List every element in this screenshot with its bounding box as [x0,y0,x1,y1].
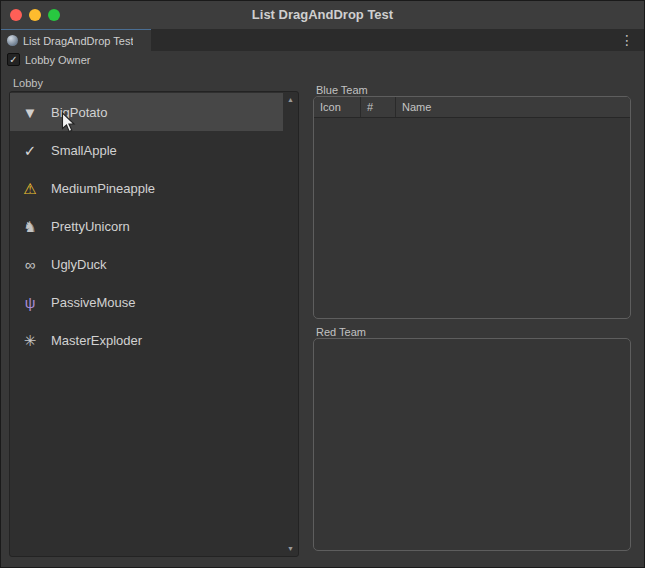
blue-team-list[interactable]: Icon # Name [313,96,631,319]
column-header-name: Name [396,97,630,117]
checkbox-label: Lobby Owner [25,54,90,66]
check-icon: ✓ [20,143,40,158]
lobby-rows: ▼ BigPotato ✓ SmallApple ⚠ MediumPineapp… [10,93,283,359]
list-item-label: MediumPineapple [51,181,155,196]
list-item[interactable]: ✓ SmallApple [10,131,283,169]
list-item[interactable]: ∞ UglyDuck [10,245,283,283]
list-item[interactable]: ⚠ MediumPineapple [10,169,283,207]
red-team-label: Red Team [316,326,366,338]
list-item-label: PassiveMouse [51,295,136,310]
warning-icon: ⚠ [20,181,40,196]
tab-icon [7,35,18,46]
list-item-label: SmallApple [51,143,117,158]
tab-list-draganddrop[interactable]: List DragAndDrop Test [1,29,151,51]
scroll-up-icon[interactable]: ▲ [287,96,294,103]
list-item[interactable]: ♞ PrettyUnicorn [10,207,283,245]
tab-label: List DragAndDrop Test [23,35,133,47]
lobby-list: ▼ BigPotato ✓ SmallApple ⚠ MediumPineapp… [9,91,299,557]
duck-icon: ∞ [20,257,40,272]
scrollbar[interactable]: ▲ ▼ [283,92,298,556]
dropdown-icon: ▼ [20,105,40,120]
list-item-label: PrettyUnicorn [51,219,130,234]
kebab-menu-icon[interactable]: ⋮ [620,29,634,51]
checkbox[interactable]: ✓ [7,53,20,66]
column-header-icon: Icon [314,97,361,117]
lobby-label: Lobby [13,77,43,89]
lobby-owner-toggle[interactable]: ✓ Lobby Owner [7,53,90,66]
red-team-list[interactable] [313,338,631,551]
window: List DragAndDrop Test List DragAndDrop T… [0,0,645,568]
list-item[interactable]: ✳ MasterExploder [10,321,283,359]
blue-team-header: Icon # Name [314,97,630,118]
minimize-button[interactable] [29,9,41,21]
mouse-icon: ψ [20,295,40,310]
list-item-label: MasterExploder [51,333,142,348]
unicorn-icon: ♞ [20,219,40,234]
tab-bar: List DragAndDrop Test ⋮ [1,29,644,51]
titlebar: List DragAndDrop Test [1,1,644,30]
zoom-button[interactable] [48,9,60,21]
check-icon: ✓ [9,55,17,65]
window-title: List DragAndDrop Test [1,1,644,29]
scroll-down-icon[interactable]: ▼ [287,545,294,552]
list-item-label: BigPotato [51,105,107,120]
blue-team-label: Blue Team [316,84,368,96]
list-item-label: UglyDuck [51,257,107,272]
column-header-number: # [361,97,396,117]
list-item[interactable]: ▼ BigPotato [10,93,283,131]
exploder-icon: ✳ [20,333,40,348]
close-button[interactable] [10,9,22,21]
list-item[interactable]: ψ PassiveMouse [10,283,283,321]
